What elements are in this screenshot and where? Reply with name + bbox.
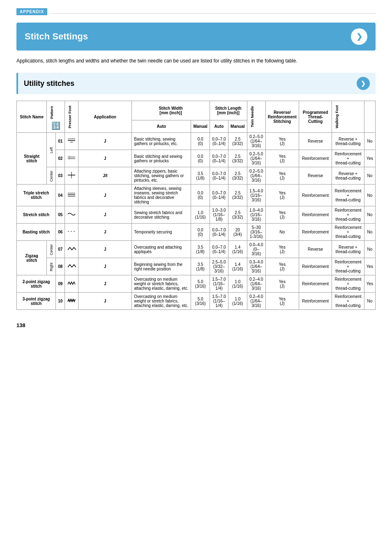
table-cell: Yes(J): [265, 206, 299, 224]
table-cell: J: [78, 224, 132, 241]
table-cell: 0.0–7.0(0–1/4): [210, 185, 228, 206]
table-cell: 0.0(0): [191, 185, 210, 206]
table-cell: Right: [47, 258, 56, 275]
pattern-number: 10: [56, 293, 65, 310]
table-cell: Reverse: [299, 133, 332, 150]
pattern-icon: [65, 133, 78, 150]
header-width-manual: Manual: [191, 120, 210, 132]
table-cell: 5–30(3/16–1-3/16): [247, 224, 265, 241]
header-stitch-name: Stitch Name: [17, 101, 47, 133]
table-cell: J: [78, 133, 132, 150]
table-cell: 3.5(1/8): [191, 258, 210, 275]
table-cell: Stretch stitch: [17, 206, 56, 224]
stitch-settings-table: Stitch Name Pattern 🔢 Presser Foot Appli…: [16, 101, 376, 310]
table-cell: Basic stitching and sewing gathers or pi…: [132, 150, 191, 167]
table-cell: Yes(J): [265, 258, 299, 275]
table-cell: No: [364, 133, 375, 150]
table-cell: Yes(J): [265, 150, 299, 167]
table-cell: 3.5(1/8): [191, 241, 210, 258]
table-cell: Yes(J): [265, 275, 299, 293]
table-cell: 2.5(3/32): [228, 133, 247, 150]
pattern-number: 01: [56, 133, 65, 150]
table-cell: No: [364, 293, 375, 310]
table-cell: Reinforcement +thread-cutting: [332, 224, 364, 241]
header-twin-needle: Twin Needle: [247, 101, 265, 133]
table-cell: Reverse +thread-cutting: [332, 241, 364, 258]
table-cell: 1.5–7.0(1/16–1/4): [210, 293, 228, 310]
table-row: 3-point zigzag stitch10JOvercasting on m…: [17, 293, 376, 310]
table-cell: Left: [47, 133, 56, 167]
pattern-icon: [65, 150, 78, 167]
table-cell: 5.0(3/16): [191, 293, 210, 310]
table-cell: Reverse +thread-cutting: [332, 133, 364, 150]
header-presser-foot: Presser Foot: [65, 101, 78, 133]
table-cell: Yes: [364, 275, 375, 293]
intro-text: Applications, stitch lengths and widths …: [16, 57, 376, 65]
table-cell: Yes(J): [265, 167, 299, 185]
pattern-icon: [65, 293, 78, 310]
pattern-number: 05: [56, 206, 65, 224]
table-cell: 0.2–5.0(1/64–3/16): [247, 167, 265, 185]
pattern-icon: [65, 167, 78, 185]
table-cell: 0.0–7.0(0–1/4): [210, 133, 228, 150]
table-row: Stretch stitch05JSewing stretch fabrics …: [17, 206, 376, 224]
table-cell: 1.0(1/16): [228, 293, 247, 310]
table-cell: 1.0–4.0(1/16–3/16): [247, 206, 265, 224]
table-cell: 0.0–7.0(0–1/4): [210, 167, 228, 185]
table-cell: Reinforcement: [299, 258, 332, 275]
pattern-number: 04: [56, 185, 65, 206]
table-cell: 0.2–5.0(1/64–3/16): [247, 133, 265, 150]
header-programmed: ProgrammedThread-Cutting: [299, 101, 332, 133]
table-cell: 0.2–4.0(1/64–3/16): [247, 275, 265, 293]
page-title: Stitch Settings: [25, 31, 88, 42]
table-cell: 2-point zigzag stitch: [17, 275, 56, 293]
table-cell: Reinforcement +thread-cutting: [332, 185, 364, 206]
header-pattern: Pattern 🔢: [47, 101, 65, 133]
header-length-manual: Manual: [228, 120, 247, 132]
table-cell: 2.5(3/32): [228, 150, 247, 167]
table-cell: Reinforcement +thread-cutting: [332, 258, 364, 275]
table-cell: Overcasting and attaching appliqués: [132, 241, 191, 258]
table-row: Right08JBeginning sewing from the right …: [17, 258, 376, 275]
table-cell: Yes(J): [265, 185, 299, 206]
table-cell: Reverse: [299, 167, 332, 185]
header-reverse: Reverse/ReinforcementStitching: [265, 101, 299, 133]
table-cell: Attaching zippers, basic stitching, sewi…: [132, 167, 191, 185]
pattern-number: 03: [56, 167, 65, 185]
table-cell: Reinforcement +thread-cutting: [332, 206, 364, 224]
table-cell: 3-point zigzag stitch: [17, 293, 56, 310]
table-cell: J: [78, 293, 132, 310]
table-cell: 0.0(0): [191, 224, 210, 241]
table-cell: No: [364, 241, 375, 258]
table-cell: 2.5(3/32): [228, 167, 247, 185]
table-cell: Reverse: [299, 241, 332, 258]
table-cell: 0.0–4.0(0–3/16): [247, 241, 265, 258]
table-row: Triple stretch stitch04JAttaching sleeve…: [17, 185, 376, 206]
table-cell: Reinforcement: [299, 206, 332, 224]
table-cell: Reinforcement: [299, 275, 332, 293]
table-cell: 1.0(1/16): [191, 206, 210, 224]
table-cell: 0.2–5.0(1/64–3/16): [247, 150, 265, 167]
table-cell: Reinforcement: [299, 185, 332, 206]
page-number: 138: [16, 322, 376, 328]
table-cell: Reverse +thread-cutting: [332, 167, 364, 185]
header-width-auto: Auto: [132, 120, 191, 132]
table-cell: Straightstitch: [17, 133, 47, 185]
pattern-number: 07: [56, 241, 65, 258]
table-cell: 0.2–4.0(1/64–3/16): [247, 293, 265, 310]
page-title-box: Stitch Settings: [16, 23, 376, 51]
header-length-auto: Auto: [210, 120, 228, 132]
table-cell: 1.5–4.0(1/16–3/16): [247, 185, 265, 206]
table-cell: Yes(J): [265, 293, 299, 310]
table-cell: Center: [47, 167, 56, 185]
pattern-icon: [65, 275, 78, 293]
table-cell: 1.0(1/16): [228, 275, 247, 293]
table-row: 2-point zigzag stitch09JOvercasting on m…: [17, 275, 376, 293]
table-cell: 2.5–5.0(3/32–3/16): [210, 258, 228, 275]
table-cell: Yes: [364, 258, 375, 275]
table-cell: Reinforcement +thread-cutting: [332, 293, 364, 310]
table-cell: Yes(J): [265, 133, 299, 150]
table-cell: Beginning sewing from the right needle p…: [132, 258, 191, 275]
pattern-number: 08: [56, 258, 65, 275]
table-cell: 2.5(3/32): [228, 206, 247, 224]
